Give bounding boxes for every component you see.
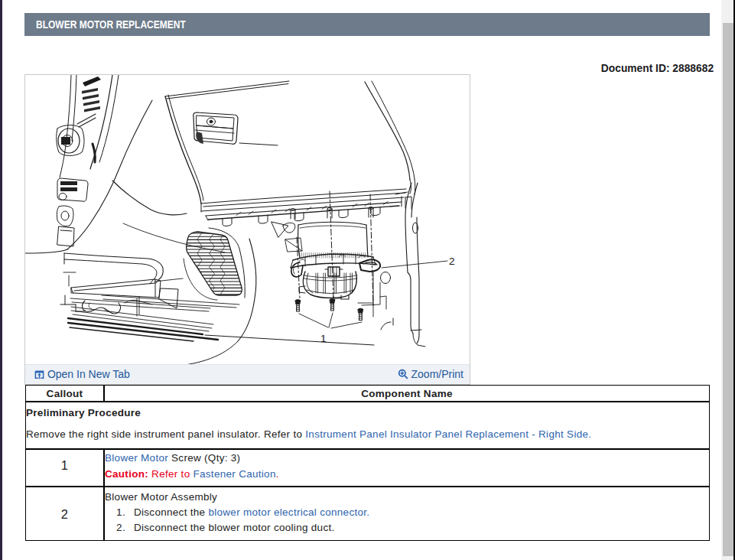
svg-text:2: 2 [449,256,455,267]
